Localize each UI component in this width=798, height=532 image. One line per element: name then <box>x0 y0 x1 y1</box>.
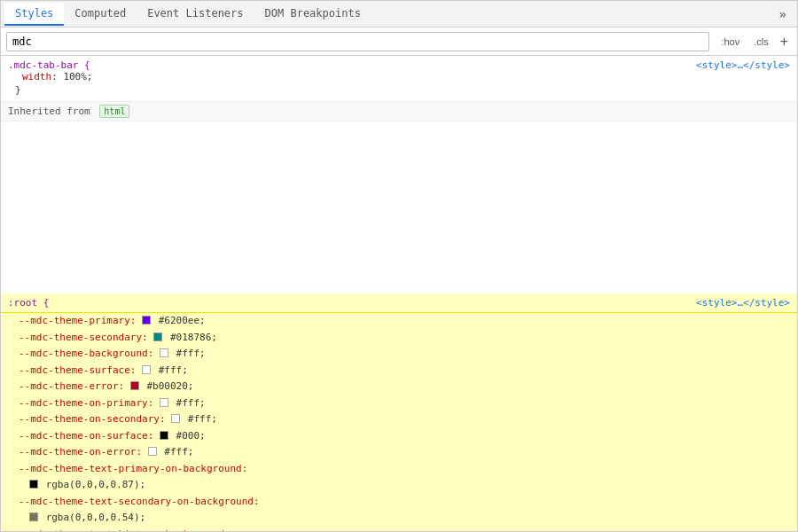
root-source[interactable]: <style>…</style> <box>696 297 790 309</box>
var-on-primary: --mdc-theme-on-primary: #fff; <box>1 395 797 412</box>
var-text-hint-on-bg: --mdc-theme-text-hint-on-background: <box>1 527 797 532</box>
swatch-on-primary[interactable] <box>160 398 168 407</box>
swatch-on-secondary[interactable] <box>171 414 180 423</box>
var-background: --mdc-theme-background: #fff; <box>1 346 797 363</box>
swatch-on-error[interactable] <box>148 447 157 456</box>
tab-bar: Styles Computed Event Listeners DOM Brea… <box>1 1 797 27</box>
search-buttons: :hov .cls <box>716 34 772 50</box>
rule-header: <style>…</style> .mdc-tab-bar { <box>8 59 790 71</box>
inherited-from-label: Inherited from <box>8 106 90 117</box>
add-rule-button[interactable]: + <box>777 34 792 50</box>
cls-button[interactable]: .cls <box>749 34 773 50</box>
var-on-error: --mdc-theme-on-error: #fff; <box>1 444 797 461</box>
hov-button[interactable]: :hov <box>716 34 744 50</box>
rule-block-tab-bar: <style>…</style> .mdc-tab-bar { width: 1… <box>1 56 797 102</box>
css-content: <style>…</style> .mdc-tab-bar { width: 1… <box>1 56 797 531</box>
var-primary: --mdc-theme-primary: #6200ee; <box>1 313 797 330</box>
prop-colon: : <box>51 71 63 82</box>
prop-value: 100%; <box>63 71 92 82</box>
var-on-surface: --mdc-theme-on-surface: #000; <box>1 428 797 445</box>
swatch-secondary[interactable] <box>153 332 162 341</box>
var-text-primary-on-bg-value: rgba(0,0,0,0.87); <box>1 477 797 494</box>
var-text-secondary-on-bg: --mdc-theme-text-secondary-on-background… <box>1 494 797 511</box>
swatch-text-secondary-on-bg[interactable] <box>29 512 38 521</box>
rule-close: } <box>8 82 790 98</box>
root-block[interactable]: :root { <style>…</style> --mdc-theme-pri… <box>1 293 797 531</box>
swatch-surface[interactable] <box>142 365 151 374</box>
var-on-secondary: --mdc-theme-on-secondary: #fff; <box>1 411 797 428</box>
inherited-from: Inherited from html <box>1 102 797 121</box>
rule-selector: .mdc-tab-bar { <box>8 59 90 71</box>
swatch-on-surface[interactable] <box>160 431 168 440</box>
tab-overflow-button[interactable]: » <box>772 4 794 25</box>
tab-dom-breakpoints[interactable]: DOM Breakpoints <box>254 3 372 26</box>
search-input[interactable] <box>6 32 709 51</box>
swatch-error[interactable] <box>130 381 139 390</box>
swatch-background[interactable] <box>160 348 168 357</box>
var-secondary: --mdc-theme-secondary: #018786; <box>1 330 797 347</box>
css-scroll-area[interactable]: <style>…</style> .mdc-tab-bar { width: 1… <box>1 56 797 293</box>
var-text-secondary-on-bg-value: rgba(0,0,0,0.54); <box>1 510 797 527</box>
tab-event-listeners[interactable]: Event Listeners <box>137 3 254 26</box>
swatch-primary[interactable] <box>142 316 151 325</box>
css-vars-container: --mdc-theme-primary: #6200ee; --mdc-them… <box>1 313 797 531</box>
tab-computed[interactable]: Computed <box>64 3 137 26</box>
swatch-text-primary-on-bg[interactable] <box>29 480 38 489</box>
root-header: :root { <style>…</style> <box>1 293 797 313</box>
tab-styles[interactable]: Styles <box>4 3 64 26</box>
devtools-panel: Styles Computed Event Listeners DOM Brea… <box>0 0 798 532</box>
prop-name: width <box>22 71 51 82</box>
rule-property: width: 100%; <box>8 71 790 82</box>
var-text-primary-on-bg: --mdc-theme-text-primary-on-background: <box>1 461 797 478</box>
var-surface: --mdc-theme-surface: #fff; <box>1 363 797 379</box>
rule-source[interactable]: <style>…</style> <box>696 59 790 71</box>
var-error: --mdc-theme-error: #b00020; <box>1 379 797 395</box>
root-selector: :root { <box>8 297 49 309</box>
inherited-tag: html <box>99 105 129 118</box>
search-bar: :hov .cls + <box>1 27 797 56</box>
